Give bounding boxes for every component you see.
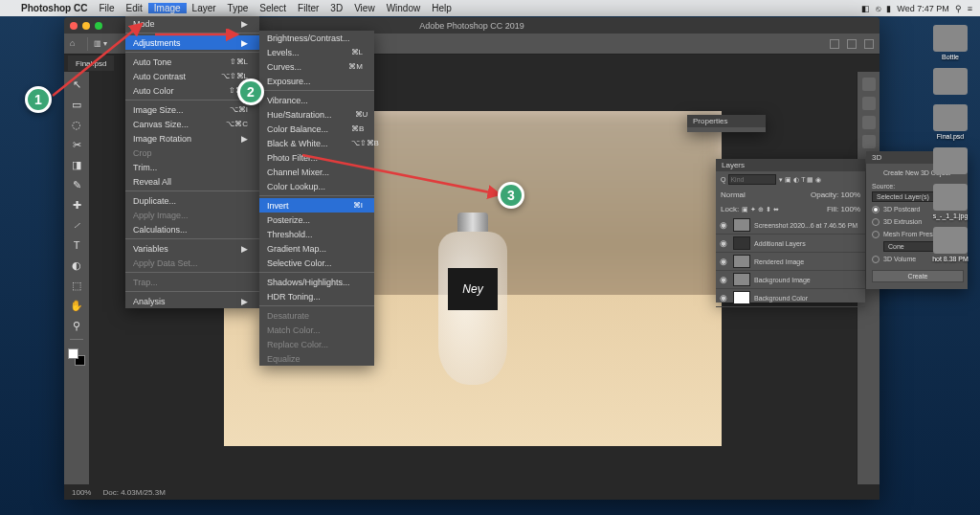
3d-create-button[interactable]: Create — [872, 270, 964, 282]
menu-item-apply-data-set-: Apply Data Set... — [125, 256, 259, 270]
menu-item-levels-[interactable]: Levels...⌘L — [259, 45, 374, 59]
menu-item-black-white-[interactable]: Black & White...⌥⇧⌘B — [259, 136, 374, 150]
color-swatches[interactable] — [68, 348, 85, 366]
spotlight-icon[interactable]: ⚲ — [955, 4, 962, 13]
tool[interactable]: ⬚ — [68, 277, 85, 294]
menu-item-image-rotation[interactable]: Image Rotation▶ — [125, 131, 259, 146]
visibility-icon[interactable]: ◉ — [720, 238, 729, 248]
menu-item-analysis[interactable]: Analysis▶ — [125, 294, 259, 308]
visibility-icon[interactable]: ◉ — [720, 220, 729, 230]
menu-item-channel-mixer-[interactable]: Channel Mixer... — [259, 165, 374, 179]
menu-item-invert[interactable]: Invert⌘I — [259, 198, 374, 213]
tool[interactable]: ✚ — [68, 196, 85, 213]
menu-item-gradient-map-[interactable]: Gradient Map... — [259, 241, 374, 256]
tool[interactable]: ✋ — [68, 297, 85, 314]
layer-row[interactable]: ◉Background Image — [716, 271, 865, 289]
menu-item-curves-[interactable]: Curves...⌘M — [259, 59, 374, 74]
desktop-file[interactable]: Bottle — [933, 25, 968, 60]
desktop-file[interactable] — [933, 68, 968, 97]
menu-image[interactable]: Image — [148, 3, 187, 13]
tool[interactable]: ✎ — [68, 176, 85, 193]
properties-panel[interactable]: Properties — [687, 115, 766, 132]
menu-item-apply-image-: Apply Image... — [125, 208, 259, 222]
battery-icon: ▮ — [886, 4, 891, 13]
menu-item-mode[interactable]: Mode▶ — [125, 16, 259, 31]
layers-panel[interactable]: Layers Q ▾ ▣ ◐ T ▦ ◉ Normal Opacity: 100… — [716, 159, 865, 302]
layer-row[interactable]: ◉Additional Layers — [716, 235, 865, 253]
menu-item-duplicate-[interactable]: Duplicate... — [125, 193, 259, 208]
menu-3d[interactable]: 3D — [324, 3, 348, 13]
menu-item-vibrance-[interactable]: Vibrance... — [259, 93, 374, 107]
image-menu[interactable]: Mode▶Adjustments▶Auto Tone⇧⌘LAuto Contra… — [125, 16, 259, 308]
tool[interactable]: ◐ — [68, 257, 85, 274]
doc-info: Doc: 4.03M/25.3M — [102, 488, 165, 497]
workspace-icon[interactable] — [864, 39, 874, 49]
menu-item-adjustments[interactable]: Adjustments▶ — [125, 35, 259, 50]
desktop-icons: BottleFinal.psds_-_1_1.jpghot 8.38 PM — [928, 25, 972, 262]
traffic-lights[interactable] — [70, 22, 102, 30]
menu-item-brightness-contrast-[interactable]: Brightness/Contrast... — [259, 31, 374, 45]
menu-view[interactable]: View — [348, 3, 381, 13]
adjustments-submenu[interactable]: Brightness/Contrast...Levels...⌘LCurves.… — [259, 31, 374, 366]
layer-search[interactable] — [728, 174, 776, 185]
menu-item-posterize-[interactable]: Posterize... — [259, 213, 374, 227]
desktop-file[interactable]: Final.psd — [933, 104, 968, 140]
menu-item-hue-saturation-[interactable]: Hue/Saturation...⌘U — [259, 107, 374, 122]
home-icon[interactable]: ⌂ — [70, 38, 81, 50]
menu-item-color-lookup-[interactable]: Color Lookup... — [259, 179, 374, 193]
layer-row[interactable]: ◉Screenshot 2020...6 at 7.46.56 PM — [716, 216, 865, 235]
layer-row[interactable]: ◉Background Color — [716, 289, 865, 307]
menu-item-canvas-size-[interactable]: Canvas Size...⌥⌘C — [125, 117, 259, 131]
tool[interactable]: T — [68, 236, 85, 254]
visibility-icon[interactable]: ◉ — [720, 275, 729, 284]
menu-item-variables[interactable]: Variables▶ — [125, 241, 259, 256]
visibility-icon[interactable]: ◉ — [720, 293, 729, 302]
layer-row[interactable]: ◉Rendered Image — [716, 253, 865, 271]
badge-3: 3 — [498, 182, 524, 209]
desktop-file[interactable]: hot 8.38 PM — [932, 227, 969, 262]
desktop-file[interactable]: s_-_1_1.jpg — [933, 184, 969, 219]
visibility-icon[interactable]: ◉ — [720, 257, 729, 266]
tool[interactable]: ▭ — [68, 96, 85, 113]
menu-item-reveal-all[interactable]: Reveal All — [125, 174, 259, 189]
tool[interactable]: ◌ — [68, 116, 85, 133]
menu-edit[interactable]: Edit — [121, 3, 148, 13]
tool[interactable]: ◨ — [68, 156, 85, 173]
toolbar-opts[interactable]: ▥ ▾ — [94, 39, 107, 48]
menu-item-image-size-[interactable]: Image Size...⌥⌘I — [125, 102, 259, 117]
menu-item-shadows-highlights-[interactable]: Shadows/Highlights... — [259, 275, 374, 289]
tool[interactable]: ↖ — [68, 76, 85, 93]
menu-item-exposure-[interactable]: Exposure... — [259, 74, 374, 88]
desktop-file[interactable] — [933, 147, 968, 176]
menu-filter[interactable]: Filter — [292, 3, 324, 13]
menu-item-selective-color-[interactable]: Selective Color... — [259, 256, 374, 270]
menu-item-auto-tone[interactable]: Auto Tone⇧⌘L — [125, 55, 259, 69]
menu-window[interactable]: Window — [381, 3, 427, 13]
menu-item-calculations-[interactable]: Calculations... — [125, 222, 259, 236]
tool[interactable]: ⚲ — [68, 317, 85, 334]
menu-item-trap-: Trap... — [125, 275, 259, 289]
badge-1: 1 — [25, 86, 52, 113]
search-icon[interactable] — [830, 39, 839, 49]
menu-item-photo-filter-[interactable]: Photo Filter... — [259, 150, 374, 165]
menu-layer[interactable]: Layer — [187, 3, 222, 13]
menu-item-auto-contrast[interactable]: Auto Contrast⌥⇧⌘L — [125, 69, 259, 83]
layers-title: Layers — [716, 159, 865, 171]
app-name[interactable]: Photoshop CC — [15, 3, 93, 13]
menu-file[interactable]: File — [93, 3, 120, 13]
menu-item-color-balance-[interactable]: Color Balance...⌘B — [259, 122, 374, 136]
menu-help[interactable]: Help — [426, 3, 457, 13]
tool[interactable]: ✂ — [68, 136, 85, 153]
menu-item-trim-[interactable]: Trim... — [125, 160, 259, 174]
wifi-icon: ◧ — [861, 4, 870, 13]
menu-item-threshold-[interactable]: Threshold... — [259, 227, 374, 241]
share-icon[interactable] — [847, 39, 857, 49]
zoom-level[interactable]: 100% — [72, 488, 91, 497]
menu-type[interactable]: Type — [222, 3, 255, 13]
doc-tab[interactable]: Final.psd — [68, 56, 114, 71]
tool[interactable]: ⟋ — [68, 216, 85, 234]
bottle-image: Ney — [438, 213, 507, 385]
notif-icon[interactable]: ≡ — [968, 4, 972, 13]
menu-select[interactable]: Select — [254, 3, 292, 13]
menu-item-hdr-toning-[interactable]: HDR Toning... — [259, 289, 374, 303]
